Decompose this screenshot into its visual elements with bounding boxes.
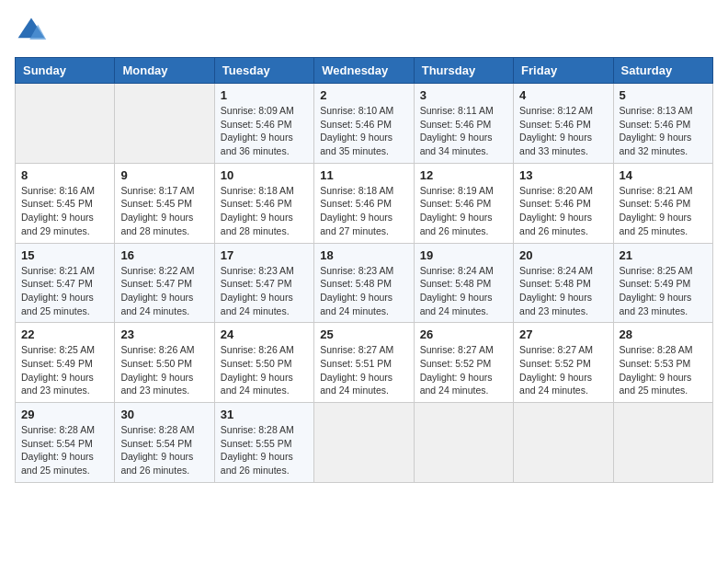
day-info: Sunrise: 8:28 AMSunset: 5:53 PMDaylight:… (620, 344, 693, 396)
calendar-day: 17Sunrise: 8:23 AMSunset: 5:47 PMDayligh… (214, 243, 313, 323)
day-number: 4 (519, 88, 607, 102)
day-info: Sunrise: 8:20 AMSunset: 5:46 PMDaylight:… (519, 185, 593, 236)
calendar-day: 28Sunrise: 8:28 AMSunset: 5:53 PMDayligh… (613, 323, 712, 403)
calendar-day: 21Sunrise: 8:25 AMSunset: 5:49 PMDayligh… (613, 243, 712, 323)
day-number: 13 (519, 168, 607, 182)
calendar-week-1: 1Sunrise: 8:09 AMSunset: 5:46 PMDaylight… (16, 84, 713, 164)
day-info: Sunrise: 8:24 AMSunset: 5:48 PMDaylight:… (519, 265, 593, 316)
calendar-day (314, 403, 414, 483)
calendar-day: 19Sunrise: 8:24 AMSunset: 5:48 PMDayligh… (414, 243, 513, 323)
page-header (15, 15, 713, 48)
calendar-day: 25Sunrise: 8:27 AMSunset: 5:51 PMDayligh… (314, 323, 414, 403)
day-info: Sunrise: 8:11 AMSunset: 5:46 PMDaylight:… (420, 105, 494, 156)
day-info: Sunrise: 8:18 AMSunset: 5:46 PMDaylight:… (320, 185, 393, 236)
day-info: Sunrise: 8:18 AMSunset: 5:46 PMDaylight:… (221, 185, 294, 236)
day-info: Sunrise: 8:09 AMSunset: 5:46 PMDaylight:… (221, 105, 294, 156)
day-number: 12 (420, 168, 507, 182)
calendar-week-3: 15Sunrise: 8:21 AMSunset: 5:47 PMDayligh… (16, 243, 713, 323)
day-number: 11 (320, 168, 407, 182)
day-number: 2 (320, 88, 407, 102)
calendar-day: 18Sunrise: 8:23 AMSunset: 5:48 PMDayligh… (314, 243, 414, 323)
day-info: Sunrise: 8:22 AMSunset: 5:47 PMDaylight:… (120, 265, 194, 316)
day-number: 17 (221, 248, 308, 262)
day-number: 15 (21, 248, 108, 262)
calendar-week-4: 22Sunrise: 8:25 AMSunset: 5:49 PMDayligh… (16, 323, 713, 403)
logo (15, 15, 51, 48)
calendar-day: 13Sunrise: 8:20 AMSunset: 5:46 PMDayligh… (514, 163, 613, 243)
day-info: Sunrise: 8:27 AMSunset: 5:52 PMDaylight:… (420, 344, 494, 396)
day-number: 8 (21, 168, 108, 182)
calendar-day: 4Sunrise: 8:12 AMSunset: 5:46 PMDaylight… (514, 84, 613, 164)
day-number: 31 (221, 408, 308, 421)
calendar-day: 30Sunrise: 8:28 AMSunset: 5:54 PMDayligh… (115, 403, 214, 483)
day-info: Sunrise: 8:23 AMSunset: 5:48 PMDaylight:… (320, 265, 393, 316)
day-info: Sunrise: 8:10 AMSunset: 5:46 PMDaylight:… (320, 105, 393, 156)
day-info: Sunrise: 8:26 AMSunset: 5:50 PMDaylight:… (221, 344, 294, 396)
calendar-day: 31Sunrise: 8:28 AMSunset: 5:55 PMDayligh… (214, 403, 313, 483)
day-info: Sunrise: 8:27 AMSunset: 5:52 PMDaylight:… (519, 344, 593, 396)
calendar-day: 10Sunrise: 8:18 AMSunset: 5:46 PMDayligh… (214, 163, 313, 243)
day-info: Sunrise: 8:27 AMSunset: 5:51 PMDaylight:… (320, 344, 393, 396)
day-number: 30 (120, 408, 208, 421)
calendar-day: 22Sunrise: 8:25 AMSunset: 5:49 PMDayligh… (16, 323, 115, 403)
calendar-day: 29Sunrise: 8:28 AMSunset: 5:54 PMDayligh… (16, 403, 115, 483)
calendar-day (613, 403, 712, 483)
day-info: Sunrise: 8:25 AMSunset: 5:49 PMDaylight:… (21, 344, 95, 396)
calendar-day: 11Sunrise: 8:18 AMSunset: 5:46 PMDayligh… (314, 163, 414, 243)
day-number: 5 (620, 88, 707, 102)
calendar-day: 15Sunrise: 8:21 AMSunset: 5:47 PMDayligh… (16, 243, 115, 323)
day-number: 19 (420, 248, 507, 262)
calendar-day: 9Sunrise: 8:17 AMSunset: 5:45 PMDaylight… (115, 163, 214, 243)
day-number: 24 (221, 327, 308, 341)
calendar-day: 16Sunrise: 8:22 AMSunset: 5:47 PMDayligh… (115, 243, 214, 323)
day-info: Sunrise: 8:28 AMSunset: 5:54 PMDaylight:… (21, 424, 95, 476)
day-number: 26 (420, 327, 507, 341)
day-info: Sunrise: 8:23 AMSunset: 5:47 PMDaylight:… (221, 265, 294, 316)
calendar-day: 2Sunrise: 8:10 AMSunset: 5:46 PMDaylight… (314, 84, 414, 164)
day-info: Sunrise: 8:26 AMSunset: 5:50 PMDaylight:… (120, 344, 194, 396)
col-header-sunday: Sunday (16, 58, 115, 84)
calendar-table: SundayMondayTuesdayWednesdayThursdayFrid… (15, 57, 713, 483)
calendar-day: 27Sunrise: 8:27 AMSunset: 5:52 PMDayligh… (514, 323, 613, 403)
day-number: 29 (21, 408, 108, 421)
day-number: 10 (221, 168, 308, 182)
day-number: 28 (620, 327, 707, 341)
day-info: Sunrise: 8:21 AMSunset: 5:46 PMDaylight:… (620, 185, 693, 236)
day-number: 9 (120, 168, 208, 182)
col-header-friday: Friday (514, 58, 613, 84)
day-number: 21 (620, 248, 707, 262)
day-number: 3 (420, 88, 507, 102)
calendar-day: 14Sunrise: 8:21 AMSunset: 5:46 PMDayligh… (613, 163, 712, 243)
col-header-thursday: Thursday (414, 58, 513, 84)
day-number: 16 (120, 248, 208, 262)
calendar-day (514, 403, 613, 483)
col-header-saturday: Saturday (613, 58, 712, 84)
day-number: 1 (221, 88, 308, 102)
calendar-day: 20Sunrise: 8:24 AMSunset: 5:48 PMDayligh… (514, 243, 613, 323)
day-info: Sunrise: 8:28 AMSunset: 5:55 PMDaylight:… (221, 424, 294, 476)
col-header-tuesday: Tuesday (214, 58, 313, 84)
day-info: Sunrise: 8:13 AMSunset: 5:46 PMDaylight:… (620, 105, 693, 156)
calendar-day: 26Sunrise: 8:27 AMSunset: 5:52 PMDayligh… (414, 323, 513, 403)
calendar-day: 12Sunrise: 8:19 AMSunset: 5:46 PMDayligh… (414, 163, 513, 243)
day-number: 22 (21, 327, 108, 341)
day-info: Sunrise: 8:24 AMSunset: 5:48 PMDaylight:… (420, 265, 494, 316)
calendar-week-5: 29Sunrise: 8:28 AMSunset: 5:54 PMDayligh… (16, 403, 713, 483)
day-info: Sunrise: 8:28 AMSunset: 5:54 PMDaylight:… (120, 424, 194, 476)
day-number: 25 (320, 327, 407, 341)
day-number: 18 (320, 248, 407, 262)
logo-icon (15, 15, 48, 48)
day-number: 27 (519, 327, 607, 341)
calendar-day (115, 84, 214, 164)
col-header-monday: Monday (115, 58, 214, 84)
calendar-header: SundayMondayTuesdayWednesdayThursdayFrid… (16, 58, 713, 84)
calendar-day: 24Sunrise: 8:26 AMSunset: 5:50 PMDayligh… (214, 323, 313, 403)
day-info: Sunrise: 8:17 AMSunset: 5:45 PMDaylight:… (120, 185, 194, 236)
calendar-week-2: 8Sunrise: 8:16 AMSunset: 5:45 PMDaylight… (16, 163, 713, 243)
calendar-day: 5Sunrise: 8:13 AMSunset: 5:46 PMDaylight… (613, 84, 712, 164)
day-info: Sunrise: 8:16 AMSunset: 5:45 PMDaylight:… (21, 185, 95, 236)
day-info: Sunrise: 8:12 AMSunset: 5:46 PMDaylight:… (519, 105, 593, 156)
col-header-wednesday: Wednesday (314, 58, 414, 84)
day-number: 23 (120, 327, 208, 341)
calendar-day (414, 403, 513, 483)
